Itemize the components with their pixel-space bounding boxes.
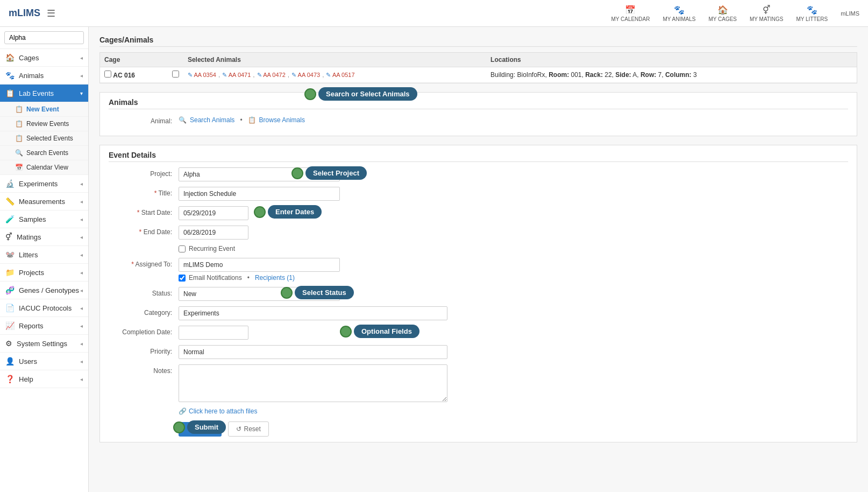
top-nav-animals[interactable]: 🐾 MY ANIMALS xyxy=(663,5,695,22)
row-checkbox[interactable] xyxy=(172,71,179,78)
sidebar-item-labevents[interactable]: 📋 Lab Events ▾ xyxy=(0,85,88,102)
browse-animals-link[interactable]: Browse Animals xyxy=(259,116,305,124)
top-nav-user[interactable]: mLIMS xyxy=(841,10,859,17)
sidebar-sub-new-event-label: New Event xyxy=(26,106,59,113)
recurring-row: Recurring Event xyxy=(109,245,848,252)
sidebar-item-experiments[interactable]: 🔬 Experiments ◂ xyxy=(0,175,88,193)
top-nav-calendar[interactable]: 📅 MY CALENDAR xyxy=(611,5,650,22)
litters-arrow-icon: ◂ xyxy=(80,252,83,258)
recurring-checkbox[interactable] xyxy=(179,245,186,252)
sidebar-sub-search-label: Search Events xyxy=(26,149,68,157)
sidebar-item-projects[interactable]: 📁 Projects ◂ xyxy=(0,264,88,282)
top-nav-matings-label: MY MATINGS xyxy=(750,16,783,22)
sidebar-sub-new-event[interactable]: 📋 New Event xyxy=(0,102,88,117)
sidebar-item-cages[interactable]: 🏠 Cages ◂ xyxy=(0,49,88,67)
sidebar-settings-label: System Settings xyxy=(17,340,67,348)
callout-dot-4 xyxy=(254,206,266,218)
sidebar-sub-review-events[interactable]: 📋 Review Events xyxy=(0,117,88,131)
settings-sidebar-icon: ⚙ xyxy=(5,339,12,348)
sidebar-reports-label: Reports xyxy=(19,322,44,330)
samples-sidebar-icon: 🧪 xyxy=(5,215,15,223)
sidebar-samples-label: Samples xyxy=(19,215,46,223)
animal-tag-4[interactable]: AA 0473 xyxy=(291,72,320,79)
matings-sidebar-icon: ⚥ xyxy=(5,233,12,241)
status-row: Status: Select Status xyxy=(109,287,848,301)
animals-section: Animals Animal: 🔍 Search Animals • 📋 Bro… xyxy=(99,92,857,136)
title-label: Title: xyxy=(109,187,179,197)
recipients-link[interactable]: Recipients (1) xyxy=(255,274,295,282)
status-input[interactable] xyxy=(179,287,340,301)
optional-fields-callout: Optional Fields xyxy=(354,325,419,338)
experiments-arrow-icon: ◂ xyxy=(80,181,83,187)
animals-icon: 🐾 xyxy=(674,5,685,15)
completion-date-input[interactable] xyxy=(179,326,248,340)
sidebar-item-samples[interactable]: 🧪 Samples ◂ xyxy=(0,210,88,228)
samples-arrow-icon: ◂ xyxy=(80,216,83,222)
top-bar: mLIMS ☰ 📅 MY CALENDAR 🐾 MY ANIMALS 🏠 MY … xyxy=(0,0,868,27)
sidebar-item-iacuc[interactable]: 📄 IACUC Protocols ◂ xyxy=(0,299,88,317)
start-date-input[interactable] xyxy=(179,206,248,220)
sidebar-sub-calendar-view[interactable]: 📅 Calendar View xyxy=(0,160,88,175)
sidebar-experiments-label: Experiments xyxy=(19,180,58,188)
notes-textarea[interactable] xyxy=(179,364,447,402)
event-details-section: Event Details Project: Select Project xyxy=(99,145,857,442)
sidebar-measurements-label: Measurements xyxy=(19,198,65,206)
animal-links: 🔍 Search Animals • 📋 Browse Animals xyxy=(179,115,305,124)
measurements-arrow-icon: ◂ xyxy=(80,199,83,205)
animal-tag-5[interactable]: AA 0517 xyxy=(326,72,354,79)
sidebar-item-users[interactable]: 👤 Users ◂ xyxy=(0,353,88,370)
attach-files-link[interactable]: 🔗 Click here to attach files xyxy=(109,407,848,415)
submit-button[interactable]: Submit xyxy=(179,422,222,437)
review-events-icon: 📋 xyxy=(15,120,23,128)
browse-icon: 📋 xyxy=(248,116,256,124)
project-row: Project: Select Project xyxy=(109,167,848,181)
assigned-to-row: Assigned To: Email Notifications • Recip… xyxy=(109,258,848,282)
sidebar-item-matings[interactable]: ⚥ Matings ◂ xyxy=(0,228,88,246)
sidebar-genes-label: Genes / Genotypes xyxy=(19,286,79,294)
project-input[interactable] xyxy=(179,167,340,181)
sidebar-item-settings[interactable]: ⚙ System Settings ◂ xyxy=(0,335,88,353)
sidebar-sub-selected-events[interactable]: 📋 Selected Events xyxy=(0,131,88,146)
notes-row: Notes: xyxy=(109,364,848,402)
help-sidebar-icon: ❓ xyxy=(5,375,15,383)
sidebar-users-label: Users xyxy=(19,357,37,366)
sidebar-item-reports[interactable]: 📈 Reports ◂ xyxy=(0,317,88,335)
animal-tag-3[interactable]: AA 0472 xyxy=(257,72,286,79)
project-label: Project: xyxy=(109,167,179,178)
title-input[interactable] xyxy=(179,187,340,201)
sidebar: 🏠 Cages ◂ 🐾 Animals ◂ 📋 Lab Events ▾ xyxy=(0,27,89,492)
sidebar-cages-label: Cages xyxy=(19,54,39,62)
end-date-input[interactable] xyxy=(179,226,248,240)
animals-arrow-icon: ◂ xyxy=(80,73,83,79)
cage-id: AC 016 xyxy=(113,72,135,79)
priority-input[interactable] xyxy=(179,345,447,359)
reset-button[interactable]: ↺ Reset xyxy=(228,421,268,437)
category-input[interactable] xyxy=(179,306,447,320)
sidebar-search-input[interactable] xyxy=(4,31,84,44)
top-nav-litters[interactable]: 🐾 MY LITTERS xyxy=(796,5,828,22)
priority-row: Priority: xyxy=(109,345,848,359)
sidebar-sub-search-events[interactable]: 🔍 Search Events xyxy=(0,146,88,160)
top-nav-cages[interactable]: 🏠 MY CAGES xyxy=(708,5,737,22)
cage-id-cell: AC 016 xyxy=(100,67,168,83)
animal-label: Animal: xyxy=(109,115,179,125)
sidebar-item-measurements[interactable]: 📏 Measurements ◂ xyxy=(0,193,88,210)
email-notifications-wrap: Email Notifications • Recipients (1) xyxy=(179,274,340,282)
animal-tag-1[interactable]: AA 0354 xyxy=(188,72,216,79)
animals-sidebar-icon: 🐾 xyxy=(5,71,15,80)
hamburger-icon[interactable]: ☰ xyxy=(47,8,55,19)
sidebar-item-litters[interactable]: 🐭 Litters ◂ xyxy=(0,246,88,264)
cage-checkbox[interactable] xyxy=(104,71,111,78)
attach-icon: 🔗 xyxy=(179,407,187,415)
sidebar-item-help[interactable]: ❓ Help ◂ xyxy=(0,370,88,388)
recurring-spacer xyxy=(109,245,179,248)
animal-tag-2[interactable]: AA 0471 xyxy=(222,72,251,79)
sidebar-item-animals[interactable]: 🐾 Animals ◂ xyxy=(0,67,88,85)
sidebar-item-genes[interactable]: 🧬 Genes / Genotypes ◂ xyxy=(0,282,88,299)
search-animals-link[interactable]: Search Animals xyxy=(190,116,234,124)
email-notifications-checkbox[interactable] xyxy=(179,275,186,282)
cages-sidebar-icon: 🏠 xyxy=(5,53,15,62)
sidebar-sub-calendar-label: Calendar View xyxy=(26,164,68,171)
assigned-to-input[interactable] xyxy=(179,258,340,272)
top-nav-matings[interactable]: ⚥ MY MATINGS xyxy=(750,5,783,22)
